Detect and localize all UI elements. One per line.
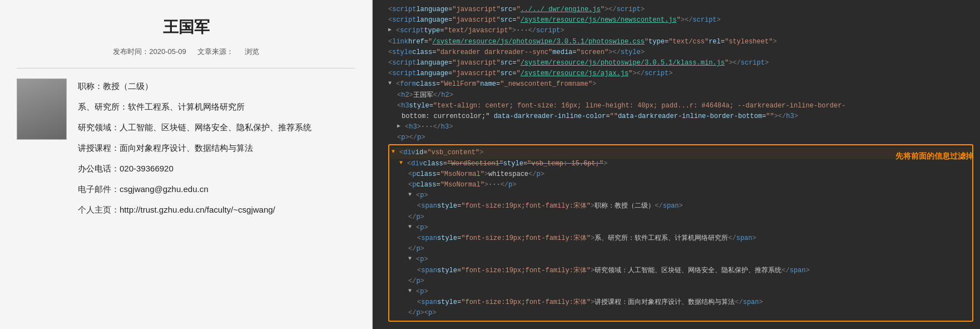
code-line: ▼<p> xyxy=(390,254,971,265)
code-line: <p class="MsoNormal"> ··· </p> xyxy=(390,180,971,190)
homepage-row: 个人主页： http://trust.gzhu.edu.cn/faculty/~… xyxy=(78,202,355,217)
code-line: <script language="javascript" src="/syst… xyxy=(379,58,973,68)
email-row: 电子邮件： csgjwang@gzhu.edu.cn xyxy=(78,181,355,197)
code-line: <script language="javascript" src="../..… xyxy=(379,4,973,15)
orange-highlight-box: 先将前面的信息过滤掉 ▼<div id="vsb_content"> ▼<div… xyxy=(388,144,973,322)
code-line: </p><p> xyxy=(390,308,971,318)
code-line: <span style="font-size:19px;font-family:… xyxy=(390,233,971,244)
profile-info: 职称：教授（二级） 系、研究所：软件工程系、计算机网络研究所 研究领域：人工智能… xyxy=(17,78,355,217)
courses-value: 讲授课程：面向对象程序设计、数据结构与算法 xyxy=(78,140,253,155)
code-line: ▼<div class="WordSection1" style="vsb_te… xyxy=(390,159,971,169)
avatar xyxy=(17,78,67,140)
email-link[interactable]: csgjwang@gzhu.edu.cn xyxy=(120,181,209,197)
code-line: </p> xyxy=(390,212,971,223)
orange-label: 先将前面的信息过滤掉 xyxy=(895,150,973,162)
phone-value: 办公电话：020-39366920 xyxy=(78,161,174,176)
avatar-image xyxy=(17,78,66,140)
code-line: <h3 style="text-align: center; font-size… xyxy=(379,101,973,111)
homepage-label: 个人主页： xyxy=(78,202,120,217)
divider xyxy=(17,68,355,68)
code-line: <h2>王国军</h2> xyxy=(379,90,973,101)
right-panel: <script language="javascript" src="../..… xyxy=(373,0,980,329)
code-line: ▶<h3> ··· </h3> xyxy=(379,122,973,132)
profile-meta: 发布时间：2020-05-09 文章来源： 浏览 xyxy=(113,47,259,57)
profile-name: 王国军 xyxy=(163,17,210,38)
title-value: 职称：教授（二级） xyxy=(78,78,153,94)
courses-row: 讲授课程：面向对象程序设计、数据结构与算法 xyxy=(78,140,355,155)
profile-details: 职称：教授（二级） 系、研究所：软件工程系、计算机网络研究所 研究领域：人工智能… xyxy=(78,78,355,217)
code-line: <span style="font-size:19px;font-family:… xyxy=(390,266,971,276)
browser-info: 浏览 xyxy=(245,47,259,57)
left-panel: 王国军 发布时间：2020-05-09 文章来源： 浏览 职称：教授（二级） 系… xyxy=(0,0,373,329)
code-line: <p class="MsoNormal"> whitespace </p> xyxy=(390,169,971,180)
code-line: ▶<script type="text/javascript"> ··· </s… xyxy=(379,26,973,36)
code-line: </p> xyxy=(390,276,971,287)
department-value: 系、研究所：软件工程系、计算机网络研究所 xyxy=(78,99,245,114)
research-value: 研究领域：人工智能、区块链、网络安全、隐私保护、推荐系统 xyxy=(78,120,311,135)
code-line: <span style="font-size:19px;font-family:… xyxy=(390,297,971,308)
email-label: 电子邮件： xyxy=(78,181,120,197)
department-row: 系、研究所：软件工程系、计算机网络研究所 xyxy=(78,99,355,114)
code-line: ▼<p> xyxy=(390,190,971,201)
article-source: 文章来源： xyxy=(197,47,234,57)
research-row: 研究领域：人工智能、区块链、网络安全、隐私保护、推荐系统 xyxy=(78,120,355,135)
code-line: <style class="darkreader darkreader--syn… xyxy=(379,47,973,58)
code-line: ▼<p> xyxy=(390,287,971,297)
code-line: <script language="javascript" src="/syst… xyxy=(379,68,973,79)
code-line: <p></p> xyxy=(379,132,973,143)
code-line: ▼<p> xyxy=(390,223,971,233)
phone-row: 办公电话：020-39366920 xyxy=(78,161,355,176)
code-line: bottom: currentcolor;" data-darkreader-i… xyxy=(379,111,973,122)
code-line: <link href="/system/resource/js/photoswi… xyxy=(379,37,973,47)
title-row: 职称：教授（二级） xyxy=(78,78,355,94)
code-line: ▼<div id="vsb_content"> xyxy=(390,148,971,158)
code-line: <script language="javascript" src="/syst… xyxy=(379,15,973,26)
code-line: <span style="font-size:19px;font-family:… xyxy=(390,201,971,212)
code-line: ▼<form class="WellForm" name="_newsconte… xyxy=(379,79,973,90)
homepage-link[interactable]: http://trust.gzhu.edu.cn/faculty/~csgjwa… xyxy=(120,202,275,217)
code-line: </p> xyxy=(390,244,971,254)
publish-date: 发布时间：2020-05-09 xyxy=(113,47,186,57)
